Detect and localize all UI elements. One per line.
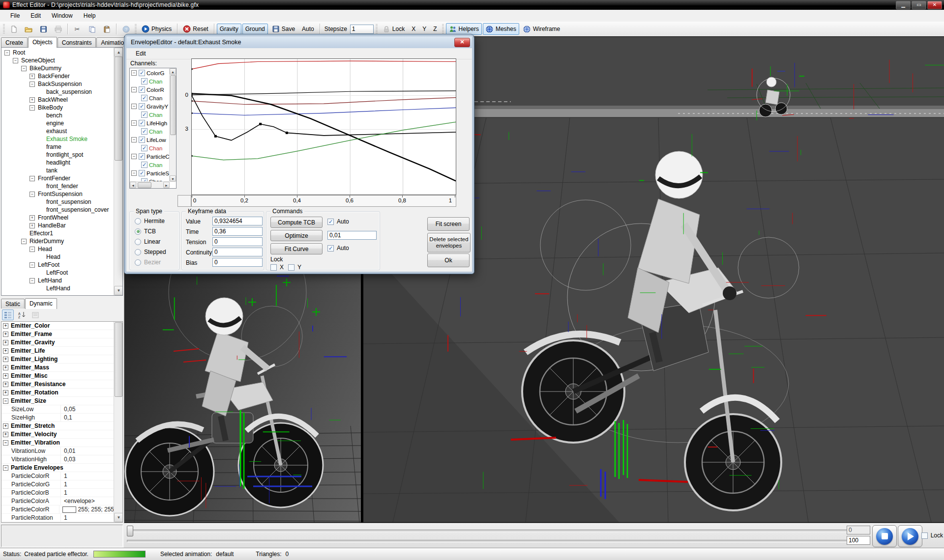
channel-gravityy[interactable]: −✓GravityY [130,102,170,111]
property-value[interactable]: <envelope> [61,497,114,505]
property-category-emitter-color[interactable]: +Emitter_Color [1,322,114,330]
tree-item-front-suspension-cover[interactable]: front_suspension_cover [1,206,114,214]
channel-curve-lifelow[interactable]: ✓Chan [130,144,170,152]
open-button[interactable] [22,23,35,35]
span-type-linear[interactable]: Linear [135,238,160,245]
collapse-icon[interactable]: − [30,278,35,283]
scroll-down-icon[interactable]: ▼ [114,286,123,295]
collapse-icon[interactable]: − [13,58,18,63]
channel-colorg[interactable]: −✓ColorG [130,69,170,77]
expand-icon[interactable]: + [3,432,8,437]
scrollbar-thumb[interactable] [115,322,122,397]
tab-static[interactable]: Static [1,299,25,308]
channel-curve-particlec[interactable]: ✓Chan [130,161,170,169]
property-value[interactable]: 0,03 [61,455,114,463]
tab-constraints[interactable]: Constraints [58,37,96,47]
curve-checkbox[interactable]: ✓ [141,78,148,84]
channels-scrollbar-horizontal[interactable]: ◄ ► [130,181,170,188]
property-category-emitter-vibration[interactable]: −Emitter_Vibration [1,439,114,447]
menu-help[interactable]: Help [78,11,101,21]
collapse-icon[interactable]: − [30,82,35,87]
tree-item-effector1[interactable]: Effector1 [1,229,114,237]
tree-item-front-suspension[interactable]: front_suspension [1,198,114,206]
property-row-particlevibration[interactable]: ParticleVibration1 [1,522,114,523]
property-category-emitter-velocity[interactable]: +Emitter_Velocity [1,430,114,439]
property-category-emitter-rotation[interactable]: +Emitter_Rotation [1,389,114,397]
radio-icon[interactable] [135,259,141,266]
tree-item-frontfender[interactable]: −FrontFender [1,174,114,182]
optimize-button[interactable]: Optimize [270,230,323,241]
property-category-particle-envelopes[interactable]: −Particle Envelopes [1,464,114,472]
tree-item-frontlight-spot[interactable]: frontlight_spot [1,151,114,159]
collapse-icon[interactable]: − [3,465,8,471]
tree-item-backfender[interactable]: +BackFender [1,72,114,80]
collapse-icon[interactable]: − [21,66,27,71]
scroll-down-icon[interactable]: ▼ [170,175,176,182]
save-file-button[interactable] [36,23,50,35]
stop-button[interactable] [872,525,897,547]
helpers-toggle[interactable]: Helpers [446,23,482,35]
property-row-sizelow[interactable]: SizeLow0,05 [1,405,114,414]
timeline-thumb[interactable] [127,526,133,536]
menu-edit[interactable]: Edit [25,11,46,21]
scrollbar-thumb[interactable] [115,56,122,161]
channel-checkbox[interactable]: ✓ [139,103,145,110]
lock-y-checkbox[interactable]: ✓ [288,264,295,271]
property-category-emitter-gravity[interactable]: +Emitter_Gravity [1,338,114,347]
property-category-emitter-stretch[interactable]: +Emitter_Stretch [1,422,114,430]
collapse-icon[interactable]: − [3,398,8,404]
play-button[interactable] [898,525,922,547]
range-start-input[interactable] [847,526,870,534]
property-grid-scrollbar[interactable]: ▼ [114,322,122,522]
property-row-vibrationlow[interactable]: VibrationLow0,01 [1,447,114,455]
tree-item-back-suspension[interactable]: back_suspension [1,88,114,96]
property-value[interactable]: 255; 255; 255 [59,505,114,513]
tree-item-backsuspension[interactable]: −BackSuspension [1,80,114,88]
property-row-particlecolorb[interactable]: ParticleColorB1 [1,489,114,497]
property-category-emitter-size[interactable]: −Emitter_Size [1,397,114,405]
property-value[interactable]: 0,05 [61,405,114,413]
timeline-lock[interactable]: ✓ Lock [921,532,943,539]
span-type-tcb[interactable]: TCB [135,228,156,235]
tree-item-lefthand[interactable]: −LeftHand [1,277,114,284]
menu-file[interactable]: File [5,11,25,21]
property-value[interactable]: 1 [61,472,114,480]
property-category-emitter-life[interactable]: +Emitter_Life [1,347,114,355]
property-category-emitter-lighting[interactable]: +Emitter_Lighting [1,355,114,364]
maximize-button[interactable]: ▭ [912,1,926,9]
property-category-emitter-mass[interactable]: +Emitter_Mass [1,364,114,372]
tree-item-front-fender[interactable]: front_fender [1,182,114,190]
collapse-icon[interactable]: − [131,120,137,126]
tree-item-handlebar[interactable]: +HandleBar [1,222,114,229]
collapse-icon[interactable]: − [131,70,137,76]
tree-item-exhaust[interactable]: exhaust [1,127,114,135]
expand-icon[interactable]: + [30,215,35,221]
expand-icon[interactable]: + [30,223,35,228]
channel-colorr[interactable]: −✓ColorR [130,85,170,94]
save-scene-button[interactable]: Save [269,23,298,35]
property-value[interactable]: 1 [61,514,114,522]
categorized-button[interactable] [2,309,14,320]
bias-input[interactable] [212,258,263,267]
tab-objects[interactable]: Objects [28,37,57,48]
channel-particles[interactable]: −✓ParticleS [130,169,170,177]
property-row-vibrationhigh[interactable]: VibrationHigh0,03 [1,455,114,464]
tree-item-tank[interactable]: tank [1,167,114,174]
gravity-toggle[interactable]: Gravity [217,24,241,34]
tree-item-headlight[interactable]: headlight [1,159,114,167]
tree-item-frame[interactable]: frame [1,143,114,151]
tree-item-engine[interactable]: engine [1,119,114,127]
paste-button[interactable] [100,23,114,35]
property-category-emitter-resistance[interactable]: +Emitter_Resistance [1,380,114,389]
scrollbar-thumb[interactable] [138,182,151,188]
tree-item-head[interactable]: Head [1,253,114,261]
tree-scrollbar[interactable]: ▲ ▼ [114,48,122,295]
channel-lifehigh[interactable]: −✓LifeHigh [130,119,170,127]
auto-fit-checkbox[interactable]: ✓ [327,245,334,252]
channel-lifelow[interactable]: −✓LifeLow [130,136,170,144]
collapse-icon[interactable]: − [131,170,137,176]
auto-tcb-option[interactable]: ✓ Auto [327,218,349,225]
channel-curve-lifehigh[interactable]: ✓Chan [130,127,170,136]
timeline-track-secondary[interactable] [127,540,848,542]
collapse-icon[interactable]: − [30,247,35,252]
